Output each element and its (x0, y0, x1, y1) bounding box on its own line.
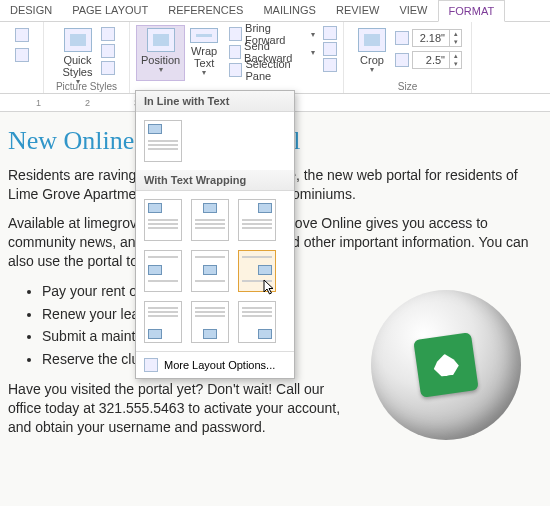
tab-format[interactable]: FORMAT (438, 0, 506, 22)
picture-border-icon (15, 28, 29, 42)
align-button[interactable] (323, 26, 337, 40)
tab-design[interactable]: DESIGN (0, 0, 62, 21)
chevron-down-icon: ▾ (311, 30, 315, 39)
width-icon (395, 53, 409, 67)
thumb-pic-icon (258, 265, 272, 275)
chevron-down-icon: ▾ (202, 69, 206, 78)
crop-button[interactable]: Crop ▾ (353, 25, 391, 78)
bring-forward-icon (229, 27, 242, 41)
ruler-mark: 1 (36, 98, 41, 108)
position-top-center[interactable] (191, 199, 229, 241)
spinner-up-icon[interactable]: ▴ (449, 52, 461, 60)
send-backward-icon (229, 45, 241, 59)
position-middle-center[interactable] (191, 250, 229, 292)
tab-review[interactable]: REVIEW (326, 0, 389, 21)
ribbon-tabs: DESIGN PAGE LAYOUT REFERENCES MAILINGS R… (0, 0, 550, 22)
group-size: Size (344, 81, 471, 92)
wrap-text-icon (190, 28, 218, 43)
wrap-text-button[interactable]: Wrap Text ▾ (185, 25, 223, 81)
paragraph: Have you visited the portal yet? Don't w… (8, 380, 348, 437)
thumb-pic-icon (148, 329, 162, 339)
green-key-icon (413, 333, 479, 399)
picture-effects-icon (15, 48, 29, 62)
crop-icon (358, 28, 386, 52)
position-icon (147, 28, 175, 52)
thumb-pic-icon (258, 203, 272, 213)
thumb-pic-icon (148, 203, 162, 213)
ruler-mark: 2 (85, 98, 90, 108)
wrap-text-label: Wrap Text (191, 45, 217, 69)
position-button[interactable]: Position ▾ (136, 25, 185, 81)
leaf-icon (431, 353, 462, 379)
thumb-pic-icon (203, 329, 217, 339)
width-value: 2.5" (413, 54, 449, 66)
height-input[interactable]: 2.18"▴▾ (412, 29, 462, 47)
position-top-left[interactable] (144, 199, 182, 241)
selection-pane-icon (229, 63, 242, 77)
thumb-pic-icon (203, 265, 217, 275)
chevron-down-icon: ▾ (311, 48, 315, 57)
chevron-down-icon: ▾ (159, 66, 163, 75)
tab-view[interactable]: VIEW (389, 0, 437, 21)
layout-options-icon (144, 358, 158, 372)
style-opt-1[interactable] (101, 27, 115, 41)
picture-border-button[interactable] (10, 25, 34, 45)
thumb-pic-icon (203, 203, 217, 213)
group-picture-styles: Picture Styles (44, 81, 129, 92)
position-middle-right[interactable] (238, 250, 276, 292)
more-layout-label: More Layout Options... (164, 359, 275, 371)
position-bottom-center[interactable] (191, 301, 229, 343)
quick-styles-icon (64, 28, 92, 52)
spinner-up-icon[interactable]: ▴ (449, 30, 461, 38)
inline-image[interactable] (356, 280, 536, 450)
width-input[interactable]: 2.5"▴▾ (412, 51, 462, 69)
height-value: 2.18" (413, 32, 449, 44)
position-top-right[interactable] (238, 199, 276, 241)
position-inline-option[interactable] (144, 120, 182, 162)
selection-pane-button[interactable]: Selection Pane (227, 61, 317, 79)
ribbon: Quick Styles ▾ Picture Styles Position ▾… (0, 22, 550, 94)
tab-mailings[interactable]: MAILINGS (253, 0, 326, 21)
thumb-pic-icon (148, 265, 162, 275)
tab-references[interactable]: REFERENCES (158, 0, 253, 21)
height-icon (395, 31, 409, 45)
spinner-down-icon[interactable]: ▾ (449, 38, 461, 46)
position-middle-left[interactable] (144, 250, 182, 292)
thumb-pic-icon (258, 329, 272, 339)
quick-styles-label: Quick Styles (63, 54, 93, 78)
dropdown-section-wrapping: With Text Wrapping (136, 170, 294, 191)
tab-page-layout[interactable]: PAGE LAYOUT (62, 0, 158, 21)
thumb-pic-icon (148, 124, 162, 134)
position-dropdown: In Line with Text With Text Wrapping Mor… (135, 90, 295, 379)
selection-pane-label: Selection Pane (245, 58, 315, 82)
picture-effects-button[interactable] (10, 45, 34, 65)
position-bottom-right[interactable] (238, 301, 276, 343)
spinner-down-icon[interactable]: ▾ (449, 60, 461, 68)
group-button[interactable] (323, 42, 337, 56)
dropdown-section-inline: In Line with Text (136, 91, 294, 112)
position-bottom-left[interactable] (144, 301, 182, 343)
rotate-button[interactable] (323, 58, 337, 72)
chevron-down-icon: ▾ (370, 66, 374, 75)
more-layout-options[interactable]: More Layout Options... (136, 351, 294, 378)
keyboard-sphere-graphic (371, 290, 521, 440)
style-opt-3[interactable] (101, 61, 115, 75)
style-opt-2[interactable] (101, 44, 115, 58)
